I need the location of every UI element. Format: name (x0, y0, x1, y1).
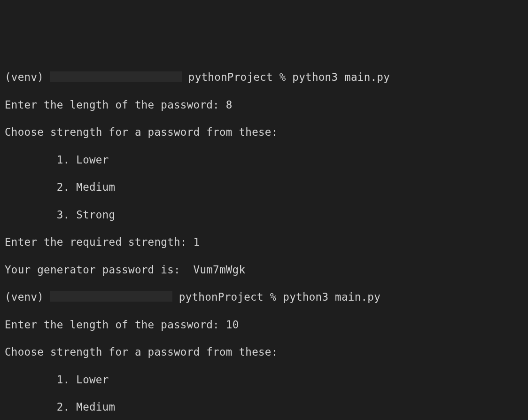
directory-name: pythonProject (188, 71, 273, 83)
command-text: % python3 main.py (270, 291, 380, 303)
length-prompt: Enter the length of the password: (5, 99, 226, 111)
strength-value: 1 (194, 236, 200, 248)
venv-indicator: (venv) (5, 71, 44, 83)
strength-prompt-line: Enter the required strength: 1 (5, 235, 523, 249)
strength-header: Choose strength for a password from thes… (5, 125, 523, 139)
length-value: 8 (226, 99, 233, 111)
option-2: 2. Medium (5, 180, 523, 194)
prompt-line-1: (venv) pythonProject % python3 main.py (5, 70, 523, 84)
prompt-line-2: (venv) pythonProject % python3 main.py (5, 290, 523, 304)
length-value: 10 (226, 319, 239, 331)
strength-prompt: Enter the required strength: (5, 236, 194, 248)
result-line: Your generator password is: Vum7mWgk (5, 263, 523, 277)
redacted-hostname (50, 291, 172, 302)
redacted-hostname (50, 71, 182, 82)
length-prompt-line: Enter the length of the password: 8 (5, 98, 523, 112)
option-1: 1. Lower (5, 153, 523, 167)
result-prompt: Your generator password is: (5, 264, 194, 276)
length-prompt: Enter the length of the password: (5, 319, 226, 331)
result-value: Vum7mWgk (194, 264, 246, 276)
length-prompt-line: Enter the length of the password: 10 (5, 318, 523, 332)
strength-header: Choose strength for a password from thes… (5, 345, 523, 359)
command-text: % python3 main.py (280, 71, 390, 83)
option-2: 2. Medium (5, 400, 523, 414)
terminal-output[interactable]: (venv) pythonProject % python3 main.py E… (5, 57, 523, 420)
directory-name: pythonProject (179, 291, 264, 303)
option-1: 1. Lower (5, 373, 523, 387)
venv-indicator: (venv) (5, 291, 44, 303)
option-3: 3. Strong (5, 208, 523, 222)
